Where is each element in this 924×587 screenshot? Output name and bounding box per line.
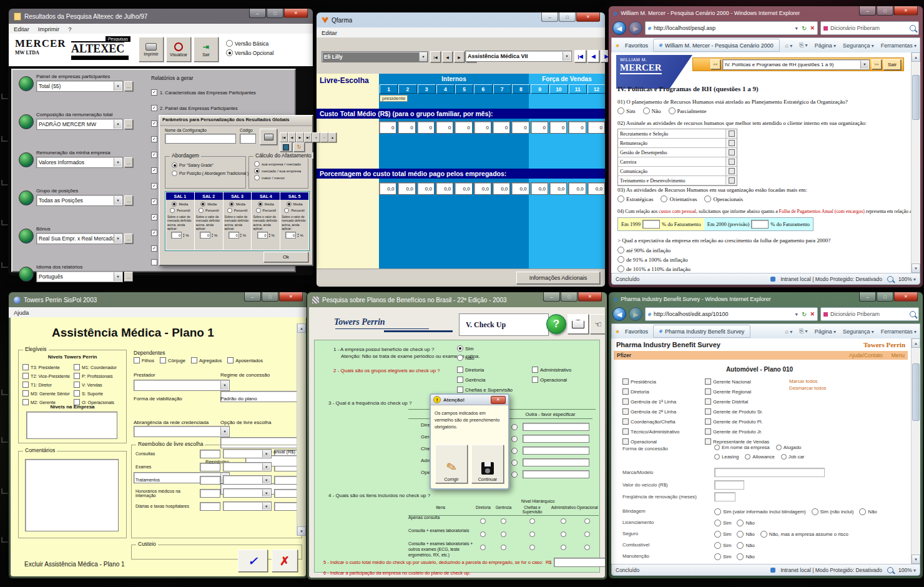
codigo-input[interactable] xyxy=(240,134,256,144)
level-checkbox[interactable] xyxy=(622,438,629,445)
comentarios-textarea[interactable] xyxy=(25,459,119,531)
select-all-link[interactable]: Desmarcar todos xyxy=(789,385,826,391)
selector-more-button[interactable]: … xyxy=(124,234,133,244)
porcentagem-input[interactable]: 0,0 xyxy=(587,182,605,195)
activity-checkbox[interactable] xyxy=(729,177,735,184)
selector-more-button[interactable]: … xyxy=(124,272,133,282)
scroll-up-icon[interactable]: ▲ xyxy=(912,338,920,348)
level-checkbox[interactable] xyxy=(705,398,711,405)
report-checkbox[interactable] xyxy=(151,259,157,265)
back-button[interactable]: ◀ xyxy=(612,307,626,321)
corrigir-button[interactable]: ✎ Corrigir xyxy=(435,445,468,483)
undo-button[interactable]: ↻ xyxy=(293,142,305,152)
selector-more-button[interactable]: … xyxy=(124,195,133,205)
forma-radio[interactable] xyxy=(714,445,720,450)
selector-combobox[interactable]: Valores Informados xyxy=(36,157,123,168)
q3-outra-radio[interactable] xyxy=(511,460,518,466)
q1-radio[interactable] xyxy=(643,107,650,114)
report-checkbox[interactable] xyxy=(151,152,157,158)
report-checkbox[interactable] xyxy=(151,167,157,174)
print-menu[interactable]: ⎘ xyxy=(799,42,807,49)
dependente-checkbox[interactable] xyxy=(160,357,166,363)
q4b-radio[interactable] xyxy=(617,265,624,272)
reembolso-input-1[interactable] xyxy=(200,476,220,485)
report-checkbox[interactable] xyxy=(151,121,157,127)
q4-radio[interactable] xyxy=(584,518,590,524)
reembolso-combobox[interactable] xyxy=(223,475,272,485)
close-button[interactable]: ✕ xyxy=(894,6,918,16)
media-radio[interactable] xyxy=(229,202,234,207)
reembolso-input-2[interactable] xyxy=(274,476,298,485)
percentil-radio[interactable] xyxy=(199,208,204,213)
menu-item-ajuda[interactable]: Ajuda xyxy=(14,309,29,316)
freq-input[interactable] xyxy=(714,492,735,501)
nav-button[interactable]: + xyxy=(312,132,320,142)
search-icon[interactable] xyxy=(910,311,916,317)
close-button[interactable]: ✕ xyxy=(578,292,602,302)
q2-checkbox[interactable] xyxy=(457,367,463,373)
select-all-link[interactable]: Marcar todos xyxy=(789,378,826,384)
zoom-level[interactable]: 100% xyxy=(898,276,916,282)
q1-radio[interactable] xyxy=(617,107,624,114)
q4-radio[interactable] xyxy=(584,531,590,537)
custo-input[interactable]: 0 xyxy=(531,121,548,134)
custo-input[interactable]: 0 xyxy=(587,121,605,134)
vertical-scrollbar[interactable]: ▲ ▼ xyxy=(911,52,920,273)
q3-outra-input[interactable] xyxy=(523,446,589,455)
selector-more-button[interactable]: … xyxy=(124,157,133,167)
sal-spinner[interactable]: 0 xyxy=(171,232,182,239)
activity-checkbox[interactable] xyxy=(729,131,735,137)
row-radio[interactable] xyxy=(737,553,744,560)
selector-more-button[interactable]: … xyxy=(124,119,133,129)
q4-radio[interactable] xyxy=(561,531,566,537)
minimize-button[interactable]: – xyxy=(859,292,876,302)
menu-item[interactable]: Editar xyxy=(14,26,29,32)
ok-button[interactable]: Ok xyxy=(263,252,308,262)
percentil-radio[interactable] xyxy=(284,208,289,213)
reembolso-combobox[interactable] xyxy=(223,449,272,458)
maximize-button[interactable]: □ xyxy=(877,292,893,302)
additional-info-button[interactable]: Informações Adicionais xyxy=(516,272,600,284)
close-button[interactable]: ✕ xyxy=(279,292,303,302)
section-prev-button[interactable]: << xyxy=(710,59,720,69)
row-radio[interactable] xyxy=(760,531,767,538)
forma-radio[interactable] xyxy=(745,454,750,460)
reembolso-combobox[interactable] xyxy=(223,501,272,511)
level-checkbox[interactable] xyxy=(622,388,629,395)
report-checkbox[interactable] xyxy=(151,230,157,236)
menu-ferramentas[interactable]: Ferramentas xyxy=(881,42,917,49)
custo-input[interactable]: 0 xyxy=(436,121,453,134)
company-combobox[interactable]: Eli Lilly xyxy=(322,51,428,62)
record-nav-button[interactable]: |◀ xyxy=(574,50,586,62)
scroll-down-icon[interactable]: ▼ xyxy=(912,555,920,564)
forma-radio[interactable] xyxy=(776,445,782,450)
active-tab[interactable]: e Pharma Industry Benefit Survey xyxy=(653,325,750,338)
vertical-scrollbar[interactable]: ▲ ▼ xyxy=(911,338,920,564)
q2-checkbox[interactable] xyxy=(532,367,538,373)
valor-input[interactable] xyxy=(714,480,744,490)
record-nav-button[interactable]: ◀ xyxy=(442,51,453,62)
refresh-icon[interactable]: ↻ xyxy=(802,311,807,318)
row-radio[interactable] xyxy=(737,520,744,526)
porcentagem-input[interactable]: 0,0 xyxy=(568,182,586,195)
porcentagem-input[interactable]: 0,0 xyxy=(531,182,548,195)
favorites-label[interactable]: Favoritos xyxy=(625,42,648,49)
close-button[interactable]: ✕ xyxy=(894,292,918,302)
report-checkbox[interactable] xyxy=(151,105,157,111)
sal-spinner[interactable]: 0 xyxy=(229,232,239,239)
porcentagem-input[interactable]: 0,0 xyxy=(493,182,510,195)
q4-radio[interactable] xyxy=(529,531,535,537)
config-name-input[interactable] xyxy=(165,134,236,144)
book-button[interactable] xyxy=(568,314,589,334)
stop-icon[interactable]: ✕ xyxy=(810,25,815,31)
prestador-combobox[interactable] xyxy=(134,380,230,391)
reembolso-input-1[interactable] xyxy=(200,450,220,458)
q4-radio[interactable] xyxy=(501,545,506,550)
q4-radio[interactable] xyxy=(501,518,506,524)
home-menu[interactable]: ⌂ xyxy=(785,42,793,49)
maximize-button[interactable]: □ xyxy=(262,292,278,302)
media-radio[interactable] xyxy=(200,202,205,207)
record-nav-button[interactable]: ▶ xyxy=(454,51,464,62)
menu-ferramentas[interactable]: Ferramentas xyxy=(881,328,917,335)
forward-button[interactable]: ▶ xyxy=(629,21,642,35)
